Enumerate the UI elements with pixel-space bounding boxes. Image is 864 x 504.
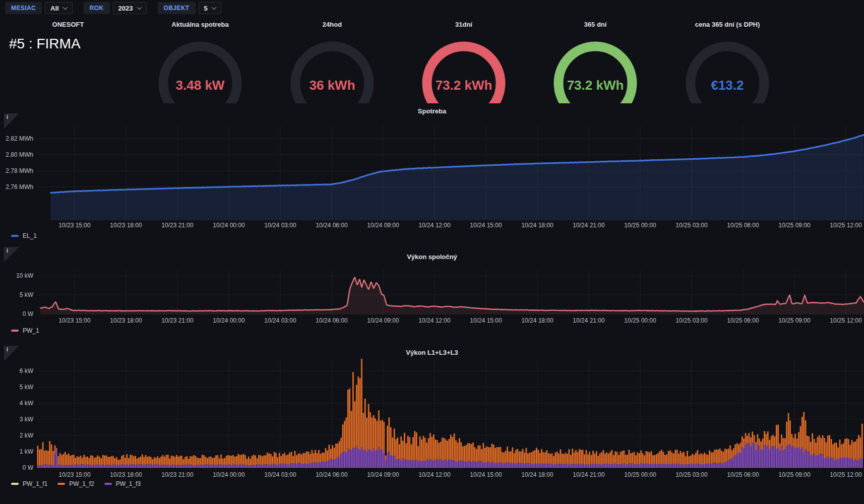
svg-text:10/24 06:00: 10/24 06:00	[316, 471, 348, 478]
spotreba-chart[interactable]: 10/23 15:0010/23 18:0010/23 21:0010/24 0…	[0, 103, 864, 229]
svg-text:10/24 12:00: 10/24 12:00	[418, 317, 451, 324]
svg-text:10/24 09:00: 10/24 09:00	[367, 317, 399, 324]
svg-text:10/25 03:00: 10/25 03:00	[675, 317, 708, 324]
svg-text:10/24 21:00: 10/24 21:00	[573, 222, 605, 229]
gauge-arc-path	[295, 46, 369, 103]
svg-text:10/24 15:00: 10/24 15:00	[470, 471, 502, 478]
gauge-value: 73.2 kWh	[398, 78, 530, 93]
svg-text:10/25 09:00: 10/25 09:00	[778, 222, 811, 229]
panel-spotreba: i Spotreba 10/23 15:0010/23 18:0010/23 2…	[0, 103, 864, 241]
svg-text:6 kW: 6 kW	[20, 367, 34, 374]
vykon-spolocny-chart[interactable]: 10/23 15:0010/23 18:0010/23 21:0010/24 0…	[0, 241, 864, 326]
svg-text:10/25 00:00: 10/25 00:00	[624, 317, 656, 324]
svg-text:10/25 12:00: 10/25 12:00	[830, 222, 862, 229]
gauge-arc-path	[163, 46, 237, 103]
variable-rok-select[interactable]: 2023	[113, 2, 147, 14]
svg-text:10/24 12:00: 10/24 12:00	[418, 471, 451, 478]
svg-text:10/25 12:00: 10/25 12:00	[830, 471, 862, 478]
gauge-value: 36 kWh	[266, 78, 398, 93]
svg-text:10/24 00:00: 10/24 00:00	[213, 317, 245, 324]
svg-text:10/24 00:00: 10/24 00:00	[213, 222, 245, 229]
vykon-l1l3l3-chart[interactable]: 10/23 15:0010/23 18:0010/23 21:0010/24 0…	[0, 339, 864, 479]
svg-text:10/23 21:00: 10/23 21:00	[161, 222, 194, 229]
svg-text:10 kW: 10 kW	[16, 272, 34, 279]
svg-text:10/23 18:00: 10/23 18:00	[110, 471, 142, 478]
svg-text:10/25 00:00: 10/25 00:00	[624, 471, 656, 478]
svg-text:0 W: 0 W	[23, 464, 34, 471]
svg-text:10/23 15:00: 10/23 15:00	[58, 317, 91, 324]
svg-text:10/23 18:00: 10/23 18:00	[110, 222, 142, 229]
svg-text:10/25 06:00: 10/25 06:00	[727, 317, 759, 324]
variable-objekt-select[interactable]: 5	[199, 2, 221, 14]
svg-text:0 W: 0 W	[23, 310, 34, 318]
legend-swatch	[11, 483, 19, 485]
svg-text:10/23 15:00: 10/23 15:00	[58, 222, 91, 229]
object-name-text: #5 : FIRMA	[9, 36, 81, 52]
panel-vykon-spolocny: i Výkon spoločný 10/23 15:0010/23 18:001…	[0, 241, 864, 339]
svg-text:10/24 03:00: 10/24 03:00	[264, 222, 296, 229]
legend-label: PW_1_f1	[23, 480, 47, 487]
chart-legend: PW_1_f1 PW_1_f2 PW_1_f3	[11, 480, 141, 487]
chart-legend: EL_1	[11, 232, 37, 239]
gauge-arc-path	[559, 46, 632, 103]
svg-text:10/25 09:00: 10/25 09:00	[778, 317, 811, 324]
svg-text:10/25 12:00: 10/25 12:00	[830, 317, 862, 324]
legend-swatch	[104, 483, 112, 485]
panel-title: ONESOFT	[2, 21, 134, 28]
variable-mesiac-label: MESIAC	[5, 2, 42, 14]
gauge-value: 3.48 kW	[134, 78, 266, 93]
svg-text:10/24 15:00: 10/24 15:00	[470, 222, 502, 229]
legend-swatch	[11, 330, 19, 332]
svg-text:10/24 18:00: 10/24 18:00	[521, 222, 553, 229]
svg-text:10/24 00:00: 10/24 00:00	[213, 471, 245, 478]
svg-text:10/25 06:00: 10/25 06:00	[727, 222, 759, 229]
variable-mesiac-select[interactable]: All	[45, 2, 73, 14]
variable-objekt-value: 5	[204, 5, 208, 12]
svg-text:5 kW: 5 kW	[20, 384, 34, 391]
chevron-down-icon	[211, 5, 216, 10]
svg-text:10/24 21:00: 10/24 21:00	[573, 317, 605, 324]
legend-label: PW_1	[23, 327, 39, 334]
panel-onesoft: ONESOFT #5 : FIRMA	[2, 18, 134, 103]
svg-text:10/23 18:00: 10/23 18:00	[110, 317, 142, 324]
svg-text:10/25 06:00: 10/25 06:00	[727, 471, 759, 478]
legend-label: PW_1_f2	[69, 480, 94, 487]
variable-mesiac-value: All	[50, 5, 59, 12]
variable-rok: ROK 2023	[84, 2, 147, 14]
grafana-dashboard: { "filter_bar": { "items": [ {"label": "…	[0, 0, 864, 504]
svg-text:10/23 21:00: 10/23 21:00	[161, 317, 194, 324]
svg-text:4 kW: 4 kW	[20, 400, 34, 407]
svg-text:10/25 09:00: 10/25 09:00	[778, 471, 811, 478]
variable-objekt: OBJEKT 5	[158, 2, 221, 14]
panel-cena-365-dni: cena 365 dní (s DPH) €13.2	[661, 18, 793, 103]
svg-text:10/23 21:00: 10/23 21:00	[161, 471, 194, 478]
variable-rok-value: 2023	[118, 5, 133, 12]
svg-text:10/25 03:00: 10/25 03:00	[675, 222, 708, 229]
panel-aktualna-spotreba: Aktuálna spotreba 3.48 kW	[134, 18, 266, 103]
svg-text:1 kW: 1 kW	[20, 448, 34, 455]
legend-item-pw1f1[interactable]: PW_1_f1	[11, 480, 47, 487]
dashboard-variable-bar: MESIAC All ROK 2023 OBJEKT 5	[5, 2, 221, 14]
legend-item-pw1[interactable]: PW_1	[11, 327, 39, 334]
svg-text:10/24 09:00: 10/24 09:00	[367, 471, 399, 478]
chart-legend: PW_1	[11, 327, 39, 334]
svg-text:10/24 06:00: 10/24 06:00	[316, 222, 348, 229]
variable-mesiac: MESIAC All	[5, 2, 73, 14]
svg-text:2.76 MWh: 2.76 MWh	[6, 183, 33, 191]
svg-text:10/24 09:00: 10/24 09:00	[367, 222, 399, 229]
legend-label: EL_1	[23, 232, 37, 239]
svg-text:2 kW: 2 kW	[20, 432, 34, 439]
gauge-value: 73.2 kWh	[529, 78, 661, 93]
panel-24hod: 24hod 36 kWh	[266, 18, 398, 103]
svg-text:2.78 MWh: 2.78 MWh	[6, 167, 33, 174]
legend-item-pw1f2[interactable]: PW_1_f2	[57, 480, 94, 487]
legend-swatch	[11, 235, 19, 237]
legend-swatch	[57, 483, 65, 485]
gauge-arc-path	[691, 46, 764, 103]
panel-365dni: 365 dní 73.2 kWh	[529, 18, 661, 103]
variable-objekt-label: OBJEKT	[158, 2, 196, 14]
legend-item-pw1f3[interactable]: PW_1_f3	[104, 480, 141, 487]
legend-label: PW_1_f3	[116, 480, 141, 487]
legend-item-el1[interactable]: EL_1	[11, 232, 37, 239]
gauge-arc-path	[427, 46, 501, 103]
